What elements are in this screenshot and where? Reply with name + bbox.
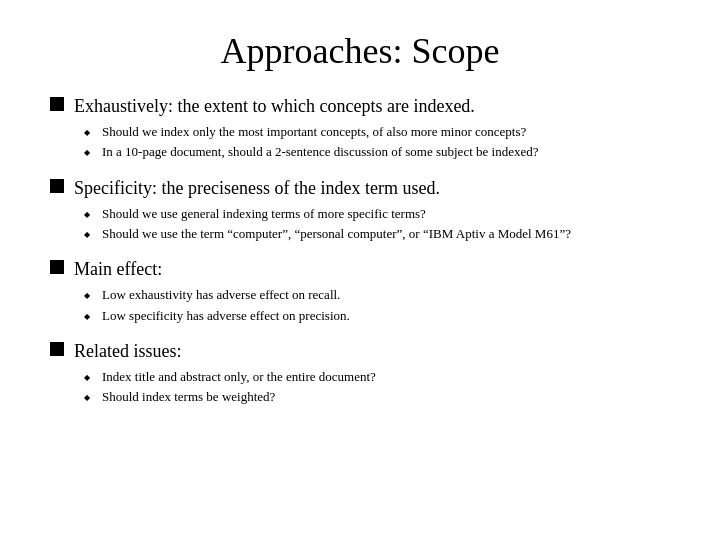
list-item: ◆Should we use the term “computer”, “per…	[84, 225, 670, 243]
section-label: Exhaustively: the extent to which concep…	[74, 94, 475, 119]
sub-item-text: Should index terms be weighted?	[102, 388, 670, 406]
section-label: Related issues:	[74, 339, 181, 364]
sub-item-text: In a 10-page document, should a 2-senten…	[102, 143, 670, 161]
section-related-issues: Related issues:◆Index title and abstract…	[50, 339, 670, 407]
list-item: ◆Should we use general indexing terms of…	[84, 205, 670, 223]
bullet-square-icon	[50, 179, 64, 193]
sub-list: ◆Index title and abstract only, or the e…	[84, 368, 670, 406]
list-item: ◆Should index terms be weighted?	[84, 388, 670, 406]
sub-item-text: Index title and abstract only, or the en…	[102, 368, 670, 386]
sub-item-text: Low exhaustivity has adverse effect on r…	[102, 286, 670, 304]
arrow-icon: ◆	[84, 372, 96, 383]
list-item: ◆Should we index only the most important…	[84, 123, 670, 141]
section-label: Specificity: the preciseness of the inde…	[74, 176, 440, 201]
sub-list: ◆Low exhaustivity has adverse effect on …	[84, 286, 670, 324]
list-item: ◆Low exhaustivity has adverse effect on …	[84, 286, 670, 304]
sub-item-text: Low specificity has adverse effect on pr…	[102, 307, 670, 325]
sub-item-text: Should we index only the most important …	[102, 123, 670, 141]
section-specificity: Specificity: the preciseness of the inde…	[50, 176, 670, 244]
arrow-icon: ◆	[84, 209, 96, 220]
section-label: Main effect:	[74, 257, 162, 282]
sub-list: ◆Should we index only the most important…	[84, 123, 670, 161]
arrow-icon: ◆	[84, 229, 96, 240]
arrow-icon: ◆	[84, 392, 96, 403]
list-item: ◆Low specificity has adverse effect on p…	[84, 307, 670, 325]
sub-list: ◆Should we use general indexing terms of…	[84, 205, 670, 243]
sub-item-text: Should we use general indexing terms of …	[102, 205, 670, 223]
bullet-square-icon	[50, 260, 64, 274]
bullet-square-icon	[50, 342, 64, 356]
list-item: ◆In a 10-page document, should a 2-sente…	[84, 143, 670, 161]
sub-item-text: Should we use the term “computer”, “pers…	[102, 225, 670, 243]
list-item: ◆Index title and abstract only, or the e…	[84, 368, 670, 386]
section-main-effect: Main effect:◆Low exhaustivity has advers…	[50, 257, 670, 325]
arrow-icon: ◆	[84, 147, 96, 158]
page-title: Approaches: Scope	[50, 30, 670, 72]
bullet-square-icon	[50, 97, 64, 111]
section-exhaustively: Exhaustively: the extent to which concep…	[50, 94, 670, 162]
arrow-icon: ◆	[84, 290, 96, 301]
arrow-icon: ◆	[84, 127, 96, 138]
arrow-icon: ◆	[84, 311, 96, 322]
